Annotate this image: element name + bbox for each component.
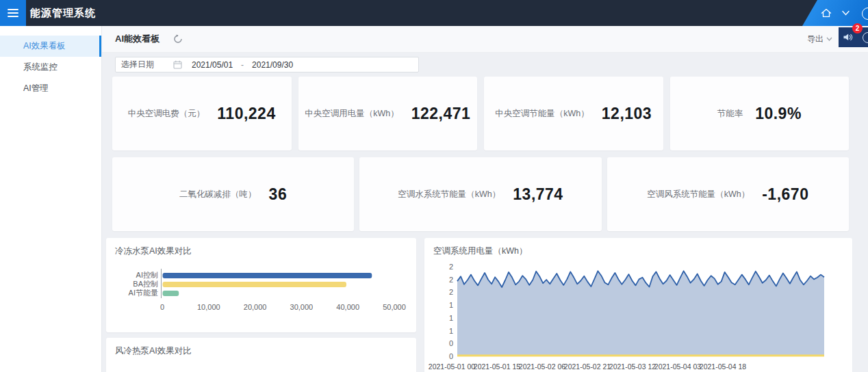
svg-text:2021-05-02 21: 2021-05-02 21 xyxy=(564,362,611,371)
svg-text:2: 2 xyxy=(449,288,453,296)
svg-text:1: 1 xyxy=(449,301,453,309)
panel-title: 冷冻水泵AI效果对比 xyxy=(115,245,192,257)
sidebar-item-ai-dashboard[interactable]: AI效果看板 xyxy=(0,36,101,57)
kpi-value: 122,471 xyxy=(411,105,471,123)
notification-badge: 2 xyxy=(852,23,863,34)
svg-text:2021-05-01 15: 2021-05-01 15 xyxy=(474,362,520,371)
svg-text:30,000: 30,000 xyxy=(290,303,314,311)
svg-text:AI控制: AI控制 xyxy=(136,271,158,279)
svg-text:40,000: 40,000 xyxy=(336,303,359,311)
kpi-label: 空调水系统节能量（kWh） xyxy=(398,189,500,200)
ac-power-area-chart[interactable]: 222111002021-05-01 002021-05-01 152021-0… xyxy=(424,238,852,372)
refresh-icon[interactable] xyxy=(173,34,183,46)
svg-text:2021-05-03 12: 2021-05-03 12 xyxy=(609,362,656,371)
sidebar-item-ai-manage[interactable]: AI管理 xyxy=(0,78,101,99)
panel-title: 风冷热泵AI效果对比 xyxy=(115,345,192,357)
kpi-value: -1,670 xyxy=(762,185,808,204)
kpi-label: 中央空调用电量（kWh） xyxy=(305,108,399,120)
panel-title: 空调系统用电量（kWh） xyxy=(433,245,528,257)
sidebar-item-label: AI管理 xyxy=(23,83,49,93)
sidebar-nav: AI效果看板 系统监控 AI管理 xyxy=(0,26,102,372)
svg-text:AI节能量: AI节能量 xyxy=(129,289,158,297)
kpi-value: 10.9% xyxy=(755,105,802,123)
kpi-label: 中央空调电费（元） xyxy=(128,108,205,120)
kpi-label: 中央空调节能量（kWh） xyxy=(495,108,589,120)
top-navbar: 能源管理系统 xyxy=(0,0,868,26)
caret-down-icon xyxy=(826,37,832,41)
kpi-value: 12,103 xyxy=(602,105,652,123)
kpi-label: 节能率 xyxy=(717,108,743,120)
kpi-card-electricity-cost: 中央空调电费（元） 110,224 xyxy=(112,77,292,150)
kpi-card-water-system-saving: 空调水系统节能量（kWh） 13,774 xyxy=(359,157,601,231)
svg-text:2021-05-02 06: 2021-05-02 06 xyxy=(519,362,565,371)
svg-text:1: 1 xyxy=(449,314,453,322)
kpi-card-air-system-saving: 空调风系统节能量（kWh） -1,670 xyxy=(607,157,849,231)
date-end-value: 2021/09/30 xyxy=(252,60,293,70)
page-title: AI能效看板 xyxy=(115,26,159,52)
svg-text:BA控制: BA控制 xyxy=(133,280,158,288)
sidebar-item-system-monitor[interactable]: 系统监控 xyxy=(0,57,101,78)
date-range-picker[interactable]: 选择日期 2021/05/01 - 2021/09/30 xyxy=(115,57,419,72)
date-start-value: 2021/05/01 xyxy=(192,60,233,70)
menu-toggle-button[interactable] xyxy=(0,0,26,26)
svg-text:2021-05-01 00: 2021-05-01 00 xyxy=(429,362,475,371)
panel-air-cooled-heat-pump-comparison: 风冷热泵AI效果对比 xyxy=(106,338,416,372)
chevron-down-icon[interactable] xyxy=(842,10,850,16)
svg-text:50,000: 50,000 xyxy=(383,303,406,311)
svg-text:0: 0 xyxy=(449,339,453,347)
svg-text:2: 2 xyxy=(449,263,453,271)
svg-text:2: 2 xyxy=(449,276,453,284)
kpi-value: 36 xyxy=(269,185,288,204)
kpi-value: 13,774 xyxy=(513,185,563,204)
kpi-value: 110,224 xyxy=(217,105,275,123)
home-button[interactable] xyxy=(820,8,832,18)
widget-partial-icon xyxy=(863,32,868,43)
calendar-icon xyxy=(173,60,182,69)
export-button[interactable]: 导出 xyxy=(807,26,832,52)
svg-text:20,000: 20,000 xyxy=(244,303,267,311)
kpi-card-co2-reduction: 二氧化碳减排（吨） 36 xyxy=(112,157,354,231)
kpi-card-power-consumption: 中央空调用电量（kWh） 122,471 xyxy=(298,77,478,150)
notification-widget[interactable]: 2 xyxy=(839,27,868,47)
sidebar-item-label: 系统监控 xyxy=(23,62,58,72)
speaker-icon xyxy=(843,32,854,45)
content-header: AI能效看板 导出 xyxy=(102,26,868,53)
kpi-row-1: 中央空调电费（元） 110,224 中央空调用电量（kWh） 122,471 中… xyxy=(112,77,849,150)
svg-text:2021-05-04 03: 2021-05-04 03 xyxy=(654,362,701,371)
svg-text:0: 0 xyxy=(449,352,453,360)
date-picker-label: 选择日期 xyxy=(121,59,154,70)
svg-text:10,000: 10,000 xyxy=(197,303,220,311)
home-icon xyxy=(820,8,832,18)
panel-chilled-water-pump-comparison: AI控制BA控制AI节能量010,00020,00030,00040,00050… xyxy=(106,238,416,332)
sidebar-item-label: AI效果看板 xyxy=(23,41,66,51)
kpi-row-2: 二氧化碳减排（吨） 36 空调水系统节能量（kWh） 13,774 空调风系统节… xyxy=(112,157,849,231)
panel-ac-system-power: 222111002021-05-01 002021-05-01 152021-0… xyxy=(424,238,852,372)
topbar-quick-actions xyxy=(802,0,868,26)
date-separator: - xyxy=(241,60,244,70)
app-title: 能源管理系统 xyxy=(30,0,96,26)
svg-text:1: 1 xyxy=(449,327,453,335)
svg-text:2021-05-04 18: 2021-05-04 18 xyxy=(700,362,746,371)
menu-icon xyxy=(8,9,18,10)
help-icon[interactable] xyxy=(862,8,868,20)
kpi-label: 二氧化碳减排（吨） xyxy=(179,189,257,200)
export-label: 导出 xyxy=(807,26,824,52)
svg-text:0: 0 xyxy=(160,303,164,311)
kpi-label: 空调风系统节能量（kWh） xyxy=(647,189,750,200)
kpi-card-saving-rate: 节能率 10.9% xyxy=(670,77,850,150)
kpi-card-energy-saving: 中央空调节能量（kWh） 12,103 xyxy=(484,77,663,150)
